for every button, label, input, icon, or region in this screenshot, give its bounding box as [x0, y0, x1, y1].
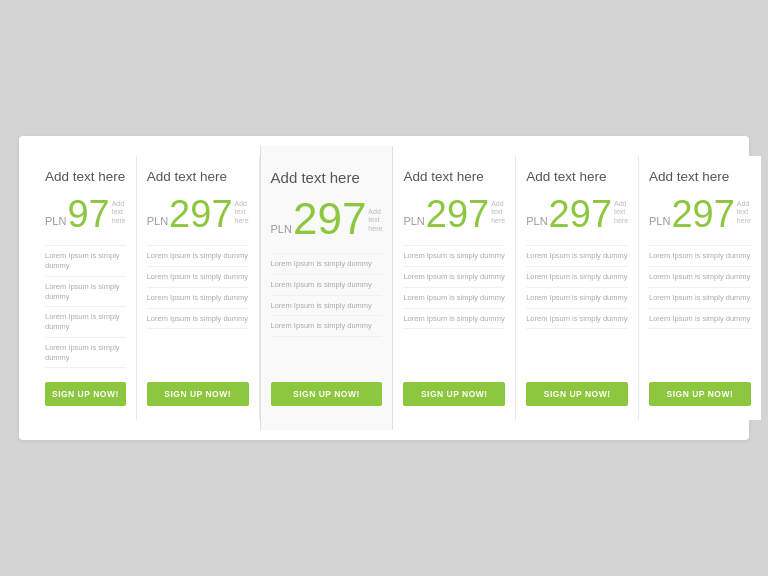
- feature-item-1-3: Lorem Ipsum is simply dummy: [45, 307, 126, 338]
- feature-item-4-1: Lorem Ipsum is simply dummy: [403, 245, 505, 267]
- signup-button-1[interactable]: SIGN UP NOW!: [45, 382, 126, 406]
- feature-item-3-2: Lorem Ipsum is simply dummy: [271, 275, 383, 296]
- price-number-5: 297: [549, 195, 612, 233]
- plan-column-5: Add text herePLN297Add text hereLorem Ip…: [516, 156, 639, 421]
- feature-item-3-4: Lorem Ipsum is simply dummy: [271, 316, 383, 337]
- features-list-3: Lorem Ipsum is simply dummyLorem Ipsum i…: [271, 253, 383, 337]
- feature-item-2-3: Lorem Ipsum is simply dummy: [147, 288, 249, 309]
- feature-item-4-4: Lorem Ipsum is simply dummy: [403, 309, 505, 330]
- plan-title-1: Add text here: [45, 168, 125, 186]
- feature-item-1-2: Lorem Ipsum is simply dummy: [45, 277, 126, 308]
- feature-item-5-3: Lorem Ipsum is simply dummy: [526, 288, 628, 309]
- feature-item-1-1: Lorem Ipsum is simply dummy: [45, 245, 126, 277]
- price-number-2: 297: [169, 195, 232, 233]
- price-sub-3: Add text here: [368, 208, 382, 233]
- signup-button-5[interactable]: SIGN UP NOW!: [526, 382, 628, 406]
- features-list-2: Lorem Ipsum is simply dummyLorem Ipsum i…: [147, 245, 249, 329]
- price-row-1: PLN97Add text here: [45, 195, 126, 233]
- signup-button-4[interactable]: SIGN UP NOW!: [403, 382, 505, 406]
- price-currency-3: PLN: [271, 223, 292, 235]
- plan-column-2: Add text herePLN297Add text hereLorem Ip…: [137, 156, 260, 421]
- price-sub-4: Add text here: [491, 200, 505, 225]
- price-row-2: PLN297Add text here: [147, 195, 249, 233]
- plan-column-6: Add text herePLN297Add text hereLorem Ip…: [639, 156, 761, 421]
- features-list-5: Lorem Ipsum is simply dummyLorem Ipsum i…: [526, 245, 628, 329]
- price-number-6: 297: [671, 195, 734, 233]
- feature-item-5-1: Lorem Ipsum is simply dummy: [526, 245, 628, 267]
- plan-column-1: Add text herePLN97Add text hereLorem Ips…: [35, 156, 137, 421]
- feature-item-5-2: Lorem Ipsum is simply dummy: [526, 267, 628, 288]
- price-sub-2: Add text here: [235, 200, 249, 225]
- price-number-3: 297: [293, 197, 366, 241]
- feature-item-6-3: Lorem Ipsum is simply dummy: [649, 288, 751, 309]
- signup-button-2[interactable]: SIGN UP NOW!: [147, 382, 249, 406]
- feature-item-4-3: Lorem Ipsum is simply dummy: [403, 288, 505, 309]
- plan-title-6: Add text here: [649, 168, 729, 186]
- price-sub-6: Add text here: [737, 200, 751, 225]
- price-row-6: PLN297Add text here: [649, 195, 751, 233]
- feature-item-6-1: Lorem Ipsum is simply dummy: [649, 245, 751, 267]
- plan-title-3: Add text here: [271, 168, 360, 188]
- price-row-5: PLN297Add text here: [526, 195, 628, 233]
- feature-item-3-1: Lorem Ipsum is simply dummy: [271, 253, 383, 275]
- features-list-4: Lorem Ipsum is simply dummyLorem Ipsum i…: [403, 245, 505, 329]
- price-sub-1: Add text here: [112, 200, 126, 225]
- feature-item-2-1: Lorem Ipsum is simply dummy: [147, 245, 249, 267]
- feature-item-2-4: Lorem Ipsum is simply dummy: [147, 309, 249, 330]
- pricing-table: Add text herePLN97Add text hereLorem Ips…: [19, 136, 749, 441]
- price-currency-2: PLN: [147, 215, 168, 227]
- feature-item-3-3: Lorem Ipsum is simply dummy: [271, 296, 383, 317]
- plan-title-5: Add text here: [526, 168, 606, 186]
- price-currency-5: PLN: [526, 215, 547, 227]
- signup-button-6[interactable]: SIGN UP NOW!: [649, 382, 751, 406]
- price-sub-5: Add text here: [614, 200, 628, 225]
- feature-item-2-2: Lorem Ipsum is simply dummy: [147, 267, 249, 288]
- feature-item-4-2: Lorem Ipsum is simply dummy: [403, 267, 505, 288]
- price-row-4: PLN297Add text here: [403, 195, 505, 233]
- feature-item-6-4: Lorem Ipsum is simply dummy: [649, 309, 751, 330]
- plan-title-2: Add text here: [147, 168, 227, 186]
- features-list-6: Lorem Ipsum is simply dummyLorem Ipsum i…: [649, 245, 751, 329]
- price-currency-1: PLN: [45, 215, 66, 227]
- price-currency-4: PLN: [403, 215, 424, 227]
- plan-title-4: Add text here: [403, 168, 483, 186]
- plan-column-3: Add text herePLN297Add text hereLorem Ip…: [260, 146, 394, 431]
- features-list-1: Lorem Ipsum is simply dummyLorem Ipsum i…: [45, 245, 126, 368]
- price-row-3: PLN297Add text here: [271, 197, 383, 241]
- signup-button-3[interactable]: SIGN UP NOW!: [271, 382, 383, 406]
- feature-item-5-4: Lorem Ipsum is simply dummy: [526, 309, 628, 330]
- price-number-4: 297: [426, 195, 489, 233]
- plan-column-4: Add text herePLN297Add text hereLorem Ip…: [393, 156, 516, 421]
- price-currency-6: PLN: [649, 215, 670, 227]
- feature-item-6-2: Lorem Ipsum is simply dummy: [649, 267, 751, 288]
- price-number-1: 97: [67, 195, 109, 233]
- feature-item-1-4: Lorem Ipsum is simply dummy: [45, 338, 126, 369]
